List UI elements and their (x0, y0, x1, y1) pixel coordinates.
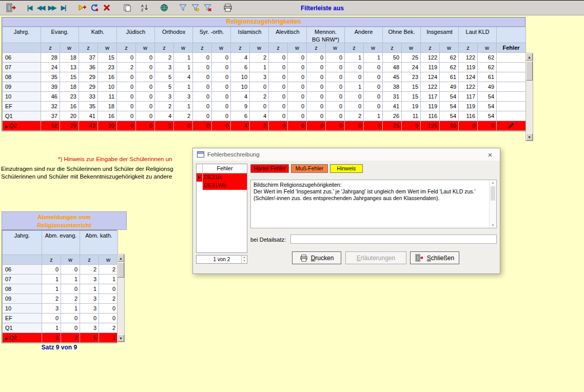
grid-cell[interactable]: 0 (117, 102, 136, 111)
grid-cell[interactable]: 54 (440, 92, 459, 102)
grid-cell[interactable]: 9 (231, 102, 250, 111)
grid-cell[interactable]: 122 (459, 53, 478, 63)
grid-cell[interactable]: 0 (269, 63, 288, 72)
grid-cell[interactable]: 16 (98, 72, 117, 82)
grid-cell[interactable]: 0 (326, 102, 345, 111)
grid-cell[interactable]: 18 (98, 102, 117, 111)
grid-cell[interactable]: 4 (250, 111, 269, 121)
grid-cell[interactable]: 119 (421, 63, 440, 72)
grid-cell[interactable]: 37 (79, 53, 98, 63)
grid-cell[interactable]: 0 (136, 53, 155, 63)
explanations-button[interactable]: Erläuterungen (345, 251, 406, 264)
error-code[interactable]: DE31is (203, 173, 247, 182)
grid-cell[interactable]: 23 (98, 63, 117, 72)
row-label[interactable]: 10 (3, 304, 42, 313)
grid-cell[interactable]: 11 (98, 92, 117, 102)
grid-cell[interactable]: 116 (459, 111, 478, 121)
grid-cell[interactable]: 2 (42, 294, 61, 304)
grid-cell[interactable]: 0 (326, 82, 345, 92)
grid-row-09[interactable]: 092232 (3, 294, 118, 304)
nav-next-button[interactable]: ▶▶ (46, 2, 57, 13)
grid-row-10[interactable]: 10462333110033004200000031151175411754 (3, 92, 526, 102)
error-list-navigator[interactable]: 1 von 2 ▲▼ (196, 255, 247, 264)
grid-cell[interactable]: 1 (250, 63, 269, 72)
grid-cell[interactable]: 117 (459, 92, 478, 102)
grid-row-07[interactable]: 07241336232031006100000048241196211962 (3, 63, 526, 72)
grid-cell[interactable]: 1 (61, 275, 80, 284)
row-label[interactable]: ▶Q2 (3, 333, 42, 343)
grid-cell[interactable]: 15 (60, 72, 79, 82)
grid-cell[interactable]: 1 (80, 284, 99, 294)
grid-cell[interactable]: 0 (345, 102, 364, 111)
grid-cell[interactable]: 3 (155, 92, 174, 102)
grid-row-Q2[interactable]: ▶Q23251 (3, 333, 118, 343)
grid-cell[interactable]: 23 (402, 72, 421, 82)
scroll-down-icon[interactable]: ▼ (118, 335, 124, 342)
grid-cell[interactable]: 0 (212, 53, 231, 63)
grid-cell[interactable]: 37 (41, 111, 60, 121)
grid-cell[interactable]: 0 (345, 121, 364, 131)
grid-cell[interactable]: 0 (193, 53, 212, 63)
grid-row-10[interactable]: 103130 (3, 304, 118, 313)
scroll-up-icon[interactable]: ▲ (490, 181, 496, 184)
grid-cell[interactable]: 0 (99, 313, 118, 323)
print-toolbar-button[interactable] (222, 2, 234, 13)
grid-cell[interactable]: 2 (117, 63, 136, 72)
error-list-item[interactable]: DE31Wb (197, 182, 247, 190)
grid-cell[interactable]: 3 (42, 333, 61, 343)
grid-cell[interactable]: 0 (326, 121, 345, 131)
grid-cell[interactable]: 1 (61, 304, 80, 313)
grid-cell[interactable]: 0 (307, 82, 326, 92)
grid-cell[interactable]: 0 (345, 92, 364, 102)
grid-cell[interactable]: 0 (345, 72, 364, 82)
grid-cell[interactable]: 0 (193, 82, 212, 92)
grid-row-Q1[interactable]: Q11032 (3, 323, 118, 333)
filter-clear-button[interactable] (201, 2, 213, 13)
grid-cell[interactable]: 1 (174, 102, 193, 111)
refresh-button[interactable] (158, 2, 170, 13)
close-dialog-button[interactable]: Schließen (410, 251, 459, 264)
scrollbar-thumb[interactable] (118, 262, 124, 278)
grid-cell[interactable]: 54 (440, 111, 459, 121)
row-label[interactable]: 09 (3, 294, 42, 304)
grid-cell[interactable]: 1 (364, 53, 383, 63)
grid-cell[interactable]: 10 (231, 82, 250, 92)
grid-cell[interactable]: 24 (402, 63, 421, 72)
grid-cell[interactable]: 46 (41, 92, 60, 102)
grid-cell[interactable]: 28 (41, 53, 60, 63)
grid-cell[interactable]: 4 (231, 121, 250, 131)
grid-cell[interactable]: 15 (98, 53, 117, 63)
grid-cell[interactable]: 0 (307, 53, 326, 63)
row-label[interactable]: EF (3, 313, 42, 323)
grid-cell[interactable]: 0 (174, 121, 193, 131)
grid-cell[interactable]: 0 (364, 92, 383, 102)
grid-row-08[interactable]: 083515291600540010300000045231246112461 (3, 72, 526, 82)
close-icon[interactable]: × (484, 150, 496, 159)
grid-cell[interactable]: 0 (269, 92, 288, 102)
grid-cell[interactable]: 0 (117, 92, 136, 102)
row-label[interactable]: EF (3, 102, 41, 111)
grid-cell[interactable]: 0 (288, 72, 307, 82)
grid-cell[interactable]: 38 (383, 82, 402, 92)
memo-scrollbar[interactable]: ▲ ▼ (489, 180, 496, 228)
grid-cell[interactable]: 122 (421, 82, 440, 92)
severity-hint-button[interactable]: Hinweis (330, 164, 363, 173)
grid-cell[interactable]: 0 (99, 284, 118, 294)
grid-cell[interactable]: 20 (98, 121, 117, 131)
grid-cell[interactable]: 1 (42, 275, 61, 284)
grid-cell[interactable]: 0 (326, 53, 345, 63)
grid-cell[interactable]: 0 (136, 82, 155, 92)
grid-cell[interactable]: 13 (60, 63, 79, 72)
grid-cell[interactable]: 4 (231, 92, 250, 102)
grid-cell[interactable]: 0 (307, 63, 326, 72)
grid-cell[interactable]: 5 (80, 333, 99, 343)
grid-cell[interactable]: 0 (212, 92, 231, 102)
grid-cell[interactable]: 2 (174, 111, 193, 121)
grid-row-09[interactable]: 093918291000510010000001038151224912249 (3, 82, 526, 92)
grid-cell[interactable]: 25 (383, 121, 402, 131)
row-label[interactable]: 06 (3, 265, 42, 275)
grid-cell[interactable]: 26 (383, 111, 402, 121)
grid-cell[interactable]: 0 (212, 82, 231, 92)
grid-cell[interactable]: 0 (42, 265, 61, 275)
grid-cell[interactable]: 0 (307, 121, 326, 131)
